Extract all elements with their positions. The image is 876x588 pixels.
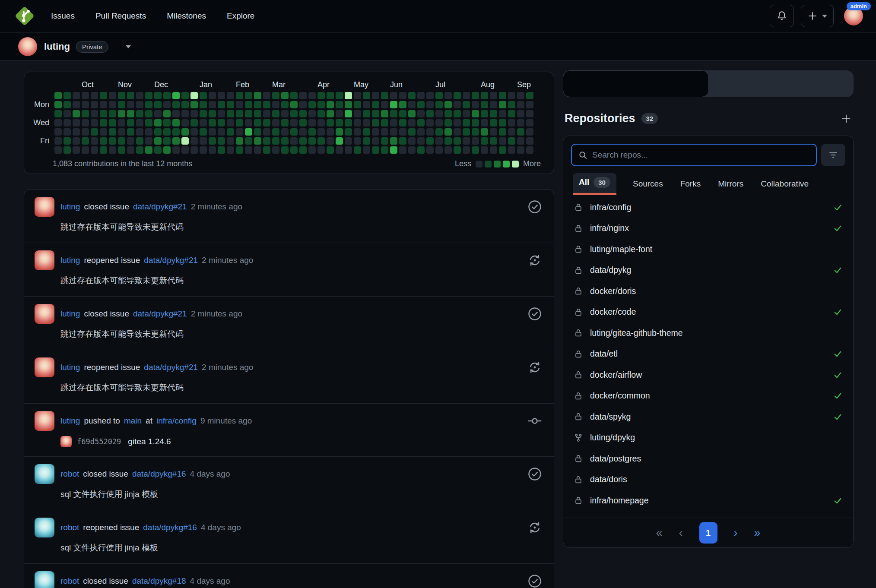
heatmap-cell[interactable] bbox=[163, 92, 171, 99]
heatmap-cell[interactable] bbox=[209, 119, 216, 126]
heatmap-cell[interactable] bbox=[172, 137, 180, 145]
heatmap-cell[interactable] bbox=[281, 92, 289, 99]
sidebar-tab[interactable] bbox=[709, 70, 854, 97]
heatmap-cell[interactable] bbox=[327, 119, 334, 126]
heatmap-cell[interactable] bbox=[154, 128, 162, 136]
heatmap-cell[interactable] bbox=[408, 92, 416, 99]
heatmap-cell[interactable] bbox=[417, 128, 425, 136]
heatmap-cell[interactable] bbox=[91, 101, 98, 108]
heatmap-cell[interactable] bbox=[263, 119, 270, 126]
feed-target-link[interactable]: data/dpykg#16 bbox=[132, 469, 186, 479]
heatmap-cell[interactable] bbox=[481, 110, 488, 117]
heatmap-cell[interactable] bbox=[426, 110, 434, 117]
heatmap-cell[interactable] bbox=[118, 110, 125, 117]
heatmap-cell[interactable] bbox=[463, 119, 470, 126]
heatmap-cell[interactable] bbox=[408, 110, 416, 117]
heatmap-cell[interactable] bbox=[145, 137, 152, 145]
heatmap-cell[interactable] bbox=[145, 128, 152, 136]
heatmap-cell[interactable] bbox=[281, 146, 289, 154]
heatmap-cell[interactable] bbox=[327, 110, 334, 117]
heatmap-cell[interactable] bbox=[463, 128, 470, 136]
feed-target-link[interactable]: data/dpykg#21 bbox=[144, 256, 198, 265]
heatmap-cell[interactable] bbox=[91, 110, 98, 117]
heatmap-cell[interactable] bbox=[408, 119, 416, 126]
heatmap-cell[interactable] bbox=[381, 119, 388, 126]
nav-link-explore[interactable]: Explore bbox=[227, 11, 254, 21]
heatmap-cell[interactable] bbox=[54, 146, 62, 154]
heatmap-cell[interactable] bbox=[172, 146, 180, 154]
heatmap-cell[interactable] bbox=[154, 137, 162, 145]
heatmap-cell[interactable] bbox=[399, 137, 406, 145]
heatmap-cell[interactable] bbox=[426, 119, 434, 126]
repo-name-link[interactable]: data/postgres bbox=[590, 454, 641, 464]
heatmap-cell[interactable] bbox=[454, 128, 461, 136]
heatmap-cell[interactable] bbox=[254, 128, 261, 136]
heatmap-cell[interactable] bbox=[526, 146, 533, 154]
heatmap-cell[interactable] bbox=[272, 146, 279, 154]
heatmap-cell[interactable] bbox=[354, 146, 361, 154]
heatmap-cell[interactable] bbox=[218, 110, 225, 117]
heatmap-cell[interactable] bbox=[336, 146, 343, 154]
heatmap-cell[interactable] bbox=[236, 110, 243, 117]
repo-filter-tab[interactable]: All30 bbox=[573, 173, 616, 195]
heatmap-cell[interactable] bbox=[354, 119, 361, 126]
heatmap-cell[interactable] bbox=[327, 146, 334, 154]
heatmap-cell[interactable] bbox=[490, 110, 497, 117]
heatmap-cell[interactable] bbox=[481, 146, 488, 154]
heatmap-cell[interactable] bbox=[336, 110, 343, 117]
heatmap-cell[interactable] bbox=[363, 146, 370, 154]
heatmap-cell[interactable] bbox=[463, 110, 470, 117]
heatmap-cell[interactable] bbox=[190, 146, 198, 154]
heatmap-cell[interactable] bbox=[499, 137, 506, 145]
heatmap-cell[interactable] bbox=[118, 146, 125, 154]
heatmap-cell[interactable] bbox=[281, 137, 289, 145]
heatmap-cell[interactable] bbox=[218, 128, 225, 136]
heatmap-cell[interactable] bbox=[472, 146, 479, 154]
heatmap-cell[interactable] bbox=[290, 101, 298, 108]
heatmap-cell[interactable] bbox=[218, 119, 225, 126]
repo-name-link[interactable]: luting/gitea-github-theme bbox=[590, 328, 683, 338]
heatmap-cell[interactable] bbox=[100, 119, 107, 126]
repo-row[interactable]: data/dpykg bbox=[563, 260, 853, 281]
heatmap-cell[interactable] bbox=[299, 137, 307, 145]
repo-name-link[interactable]: data/doris bbox=[590, 474, 627, 484]
heatmap-cell[interactable] bbox=[172, 128, 180, 136]
heatmap-cell[interactable] bbox=[308, 128, 316, 136]
heatmap-cell[interactable] bbox=[109, 110, 116, 117]
heatmap-cell[interactable] bbox=[100, 137, 107, 145]
heatmap-cell[interactable] bbox=[181, 101, 189, 108]
heatmap-cell[interactable] bbox=[209, 101, 216, 108]
heatmap-cell[interactable] bbox=[308, 101, 316, 108]
heatmap-cell[interactable] bbox=[118, 92, 125, 99]
heatmap-cell[interactable] bbox=[526, 128, 533, 136]
feed-target-link[interactable]: infra/config bbox=[156, 416, 197, 426]
heatmap-cell[interactable] bbox=[145, 101, 152, 108]
feed-avatar[interactable] bbox=[35, 411, 54, 431]
feed-user-link[interactable]: luting bbox=[60, 309, 80, 319]
heatmap-cell[interactable] bbox=[154, 146, 162, 154]
heatmap-cell[interactable] bbox=[317, 128, 325, 136]
repo-filter-tab[interactable]: Forks bbox=[679, 175, 702, 195]
heatmap-cell[interactable] bbox=[236, 101, 243, 108]
heatmap-cell[interactable] bbox=[190, 119, 198, 126]
heatmap-cell[interactable] bbox=[163, 110, 171, 117]
heatmap-cell[interactable] bbox=[91, 119, 98, 126]
heatmap-cell[interactable] bbox=[454, 101, 461, 108]
repo-filter-button[interactable] bbox=[821, 144, 845, 166]
heatmap-cell[interactable] bbox=[190, 92, 198, 99]
heatmap-cell[interactable] bbox=[299, 101, 307, 108]
heatmap-cell[interactable] bbox=[299, 110, 307, 117]
heatmap-cell[interactable] bbox=[172, 92, 180, 99]
heatmap-cell[interactable] bbox=[181, 128, 189, 136]
heatmap-cell[interactable] bbox=[63, 128, 71, 136]
commit-hash-link[interactable]: f69d552029 bbox=[77, 437, 121, 446]
heatmap-cell[interactable] bbox=[190, 110, 198, 117]
heatmap-cell[interactable] bbox=[354, 110, 361, 117]
repo-row[interactable]: data/etl bbox=[563, 344, 853, 365]
heatmap-cell[interactable] bbox=[127, 137, 134, 145]
heatmap-cell[interactable] bbox=[281, 128, 289, 136]
heatmap-cell[interactable] bbox=[399, 146, 406, 154]
heatmap-cell[interactable] bbox=[399, 110, 406, 117]
heatmap-cell[interactable] bbox=[463, 146, 470, 154]
heatmap-cell[interactable] bbox=[263, 146, 270, 154]
